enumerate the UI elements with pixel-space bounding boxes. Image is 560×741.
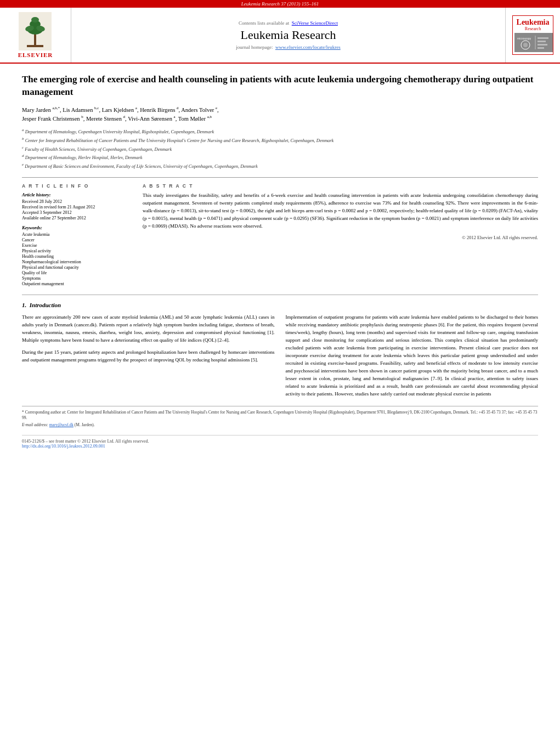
intro-para-2: During the past 15 years, patient safety… <box>22 349 275 364</box>
svg-rect-15 <box>538 44 547 46</box>
footer-doi: http://dx.doi.org/10.1016/j.leukres.2012… <box>22 444 538 449</box>
homepage-link[interactable]: www.elsevier.com/locate/leukres <box>275 44 341 50</box>
footer-issn: 0145-2126/$ – see front matter © 2012 El… <box>22 439 538 444</box>
journal-header: ELSEVIER Contents lists available at Sci… <box>0 8 560 64</box>
authors-line: Mary Jarden a,b,*, Lis Adamsen b,c, Lars… <box>22 105 538 123</box>
keyword-9: Symptoms <box>22 276 132 281</box>
section-number: 1. <box>22 302 26 308</box>
keyword-7: Physical and functional capacity <box>22 265 132 270</box>
section-name: Introduction <box>30 302 61 308</box>
main-content: The emerging role of exercise and health… <box>0 64 560 456</box>
svg-rect-1 <box>34 33 36 47</box>
keyword-6: Nonpharmacological intervention <box>22 259 132 264</box>
elsevier-logo-area: ELSEVIER <box>0 8 71 63</box>
journal-title-area: Contents lists available at SciVerse Sci… <box>71 8 505 63</box>
keyword-3: Exercise <box>22 243 132 248</box>
svg-rect-13 <box>538 37 548 39</box>
svg-point-6 <box>31 17 39 22</box>
svg-rect-8 <box>514 33 553 52</box>
abstract-heading: A B S T R A C T <box>143 183 538 189</box>
svg-rect-14 <box>538 41 546 42</box>
logo-title: Leukemia <box>514 18 551 26</box>
email-link[interactable]: mary@ucsf.dk <box>49 422 73 427</box>
article-info-heading: A R T I C L E I N F O <box>22 183 132 189</box>
footer-bar: 0145-2126/$ – see front matter © 2012 El… <box>22 435 538 449</box>
keywords-label: Keywords: <box>22 225 132 230</box>
footnote-area: * Corresponding author at: Center for In… <box>22 406 538 429</box>
affiliations: a Department of Hematology, Copenhagen U… <box>22 127 538 169</box>
email-owner: (M. Jarden). <box>75 422 95 427</box>
journal-main-title: Leukemia Research <box>240 28 336 42</box>
top-bar: Leukemia Research 37 (2013) 155–161 <box>0 0 560 8</box>
revised-date: Received in revised form 21 August 2012 <box>22 205 132 210</box>
sciverse-label: Contents lists available at <box>239 20 289 26</box>
intro-col-2: Implementation of outpatient programs fo… <box>286 314 539 398</box>
keywords-section: Keywords: Acute leukemia Cancer Exercise… <box>22 225 132 286</box>
copyright-line: © 2012 Elsevier Ltd. All rights reserved… <box>143 235 538 240</box>
homepage-label: journal homepage: <box>236 44 273 50</box>
section-title: 1. Introduction <box>22 302 538 308</box>
footnote-email: E-mail address: mary@ucsf.dk (M. Jarden)… <box>22 422 538 428</box>
keyword-10: Outpatient management <box>22 281 132 286</box>
abstract-col: A B S T R A C T This study investigates … <box>143 183 538 287</box>
footnote-star: * Corresponding author at: Center for In… <box>22 410 538 422</box>
keyword-2: Cancer <box>22 237 132 242</box>
section-divider-1 <box>22 177 538 178</box>
intro-para-1: There are approximately 200 new cases of… <box>22 314 275 344</box>
sciverse-link[interactable]: SciVerse ScienceDirect <box>292 20 338 26</box>
received-date: Received 28 July 2012 <box>22 199 132 204</box>
elsevier-emblem-icon <box>19 12 52 50</box>
intro-col-1: There are approximately 200 new cases of… <box>22 314 275 398</box>
intro-body: There are approximately 200 new cases of… <box>22 314 538 398</box>
svg-rect-16 <box>538 47 544 49</box>
abstract-text: This study investigates the feasibility,… <box>143 192 538 230</box>
article-title: The emerging role of exercise and health… <box>22 73 538 99</box>
svg-point-11 <box>523 43 528 47</box>
svg-text:microscopy: microscopy <box>517 37 531 40</box>
accepted-date: Accepted 3 September 2012 <box>22 210 132 215</box>
logo-sub: Research <box>514 26 551 32</box>
article-info-abstract: A R T I C L E I N F O Article history: R… <box>22 183 538 287</box>
introduction-section: 1. Introduction There are approximately … <box>22 295 538 398</box>
history-label: Article history: <box>22 192 132 197</box>
available-date: Available online 27 September 2012 <box>22 216 132 220</box>
intro-para-3: Implementation of outpatient programs fo… <box>286 314 539 398</box>
keyword-5: Health counseling <box>22 254 132 259</box>
article-info-col: A R T I C L E I N F O Article history: R… <box>22 183 132 287</box>
logo-image: microscopy <box>514 33 553 52</box>
svg-rect-7 <box>27 45 43 47</box>
article-history: Article history: Received 28 July 2012 R… <box>22 192 132 220</box>
keyword-4: Physical activity <box>22 248 132 253</box>
elsevier-wordmark: ELSEVIER <box>18 52 53 58</box>
doi-link[interactable]: http://dx.doi.org/10.1016/j.leukres.2012… <box>22 444 105 449</box>
keyword-8: Quality of life <box>22 270 132 275</box>
keyword-1: Acute leukemia <box>22 232 132 237</box>
journal-logo-area: Leukemia Research microscopy <box>505 8 560 63</box>
